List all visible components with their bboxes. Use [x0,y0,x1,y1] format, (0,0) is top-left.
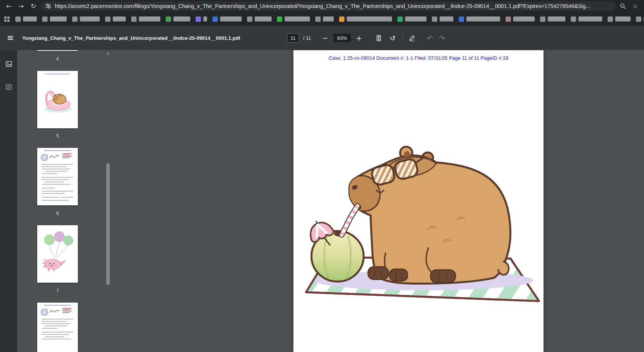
menu-button[interactable] [5,32,16,44]
bookmark-item[interactable] [636,16,644,22]
bookmark-favicon [636,16,641,22]
annotate-button[interactable] [407,33,417,43]
zoom-in-button[interactable]: + [354,33,364,43]
bookmark-favicon [459,16,464,22]
fit-page-button[interactable] [374,33,384,43]
search-zoom-button[interactable] [618,1,628,11]
bookmark-item[interactable] [15,16,37,22]
bookmark-title-redacted [347,16,392,21]
bookmark-item[interactable] [212,16,242,22]
bookmark-title-redacted [50,16,67,21]
bookmark-item[interactable] [277,16,310,22]
forward-button[interactable]: → [16,1,26,11]
pen-icon [409,34,416,41]
rotate-button[interactable]: ↺ [388,33,398,43]
thumbnail-label-4: 4 [37,56,78,62]
bookmark-title-redacted [255,16,272,21]
bookmark-title-redacted [466,16,500,21]
bookmark-item[interactable] [432,16,453,22]
plus-icon: + [356,34,362,42]
bookmark-item[interactable] [72,16,100,22]
bookmark-item[interactable] [196,16,207,22]
bookmark-item[interactable] [315,16,334,22]
bookmark-favicon [247,16,252,22]
redo-button[interactable]: ↷ [437,33,447,43]
bookmark-title-redacted [405,16,427,21]
bookmarks-list [15,16,644,22]
outline-view-button[interactable] [5,83,13,91]
thumbnail-page-7[interactable] [37,225,78,283]
bookmark-favicon [42,16,48,22]
bookmark-favicon [506,16,511,22]
bookmark-favicon [15,16,21,22]
thumbnails-view-button[interactable] [5,60,13,68]
bookmark-item[interactable] [506,16,535,22]
fit-page-icon [375,34,382,42]
site-info-icon[interactable] [45,3,51,9]
bookmark-favicon [212,16,218,22]
bookmark-title-redacted [203,16,207,21]
thumbnail-art-document [37,148,78,205]
bookmark-item[interactable] [247,16,272,22]
bookmark-favicon [72,16,77,22]
bookmark-item[interactable] [166,16,190,22]
bookmark-item[interactable] [42,16,67,22]
straw [342,206,357,235]
bookmark-item[interactable] [131,16,160,22]
bookmark-star-button[interactable]: ☆ [630,1,640,11]
bookmark-item[interactable] [608,16,631,22]
reload-icon: ↻ [31,2,36,10]
thumbnails-scrollbar[interactable] [106,163,110,285]
back-button[interactable]: ← [4,1,14,11]
bookmark-favicon [432,16,437,22]
reload-button[interactable]: ↻ [28,1,38,11]
browser-window: ← → ↻ https://assets2.pacermonitor.com/f… [0,0,644,352]
page-controls: 11 / 11 − 83% + ↺ ↶ ↷ [287,26,447,50]
bookmark-title-redacted [513,16,535,21]
rotate-icon: ↺ [390,34,395,42]
bookmark-favicon [339,16,344,22]
bookmark-favicon [397,16,403,22]
apps-grid-icon[interactable] [4,16,10,22]
back-icon: ← [6,2,12,10]
address-bar[interactable]: https://assets2.pacermonitor.com/filings… [41,2,616,11]
undo-button[interactable]: ↶ [425,33,435,43]
hamburger-icon [7,34,14,41]
url-text: https://assets2.pacermonitor.com/filings… [55,3,611,9]
bookmark-item[interactable] [571,16,602,22]
bookmark-title-redacted [139,16,160,21]
thumbnail-art-capybara-float [37,71,78,128]
scrollbar-up-arrow[interactable] [107,52,110,54]
bookmark-item[interactable] [397,16,427,22]
bookmark-title-redacted [80,16,100,21]
thumbnail-page-5[interactable] [37,71,78,128]
bookmark-favicon [105,16,110,22]
zoom-out-button[interactable]: − [320,33,330,43]
capybara-illustration [293,50,544,352]
zoom-level-input[interactable]: 83% [333,34,351,42]
pdf-page-11: Case: 1:25-cv-09014 Document #: 1-1 File… [293,50,544,352]
bookmark-title-redacted [23,16,37,21]
bookmark-item[interactable] [459,16,500,22]
bookmark-favicon [540,16,545,22]
thumbnail-page-4[interactable] [37,50,78,51]
thumbnail-page-6[interactable] [37,148,78,205]
forward-icon: → [18,2,24,10]
page-number-input[interactable]: 11 [287,33,299,43]
thumbnail-page-8[interactable] [37,303,78,352]
viewer-content: 4 5 [0,50,644,352]
bookmark-title-redacted [173,16,190,21]
star-icon: ☆ [632,2,638,10]
bookmark-title-redacted [220,16,242,21]
bookmark-title-redacted [578,16,602,21]
redo-icon: ↷ [439,34,445,42]
browser-toolbar: ← → ↻ https://assets2.pacermonitor.com/f… [0,0,644,12]
bookmark-item[interactable] [105,16,126,22]
bookmark-favicon [571,16,576,22]
thumbnail-art-document [37,303,78,352]
thumbnail-label-5: 5 [37,133,78,139]
bookmark-favicon [196,16,201,22]
bookmark-item[interactable] [339,16,392,22]
bookmark-item[interactable] [540,16,565,22]
sidebar-strip [0,50,17,352]
